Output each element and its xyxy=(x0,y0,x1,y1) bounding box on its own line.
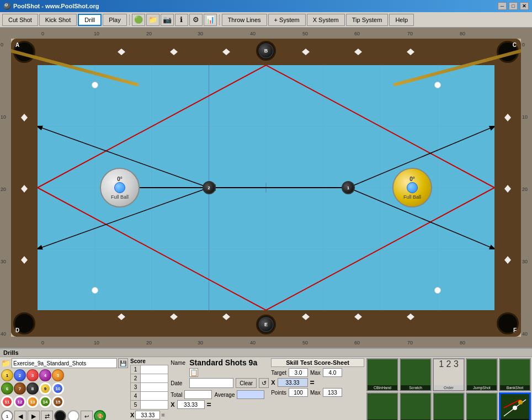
refresh-button[interactable]: ↺ xyxy=(259,378,269,388)
camera-button[interactable]: 📷 xyxy=(161,14,174,26)
max2-label: Max xyxy=(310,390,321,396)
cue-ball-left[interactable]: 0° Full Ball xyxy=(100,168,140,208)
thumb-jumpshot[interactable]: JumpShot xyxy=(466,358,498,391)
cue-right-label: Full Ball xyxy=(403,194,421,200)
kick-shot-button[interactable]: Kick Shot xyxy=(39,14,77,26)
settings-button[interactable]: ⚙ xyxy=(189,14,203,26)
throw-lines-button[interactable]: Throw Lines xyxy=(222,14,267,26)
ball-6-btn[interactable]: 6 xyxy=(1,382,13,395)
tip-system-button[interactable]: Tip System xyxy=(346,14,389,26)
points-input[interactable] xyxy=(289,388,308,397)
date-input[interactable] xyxy=(189,378,233,388)
export-button[interactable]: 📊 xyxy=(204,14,217,26)
skill-x-row: X = xyxy=(271,378,364,387)
record-button[interactable]: 🟢 xyxy=(132,14,145,26)
color-button[interactable]: 🎨 xyxy=(94,410,106,420)
maximize-button[interactable]: □ xyxy=(509,2,518,10)
svg-text:40: 40 xyxy=(250,31,256,36)
thumb-carom[interactable]: Carom xyxy=(466,392,498,420)
ball-2-btn[interactable]: 2 xyxy=(14,369,26,381)
svg-text:50: 50 xyxy=(302,31,308,36)
ball-11-btn[interactable]: 11 xyxy=(1,396,13,408)
cue-ball-right[interactable]: 0° Full Ball xyxy=(392,168,432,208)
name-icon-btn[interactable]: 📋 xyxy=(189,368,198,377)
ball-1[interactable]: 1 xyxy=(342,181,355,194)
ball-4-btn[interactable]: 4 xyxy=(39,369,51,381)
felt-surface[interactable]: 0° Full Ball 0° Full Ball 2 1 xyxy=(38,65,494,310)
score-val-4[interactable] xyxy=(141,392,168,401)
ball-3-btn[interactable]: 3 xyxy=(26,369,39,381)
score-val-2[interactable] xyxy=(141,374,168,383)
minimize-button[interactable]: ─ xyxy=(498,2,507,10)
thumb-scratch[interactable]: Scratch xyxy=(400,358,432,391)
x-system-button[interactable]: X System xyxy=(307,14,345,26)
ruler-bottom-svg: 0 10 20 30 40 50 60 70 80 xyxy=(0,337,532,348)
score-table: 1 2 3 4 5 xyxy=(130,365,168,410)
max-input[interactable] xyxy=(323,368,342,377)
ball-8-btn[interactable]: 8 xyxy=(26,382,39,395)
ball-1-btn[interactable]: 1 xyxy=(1,369,13,381)
svg-text:40: 40 xyxy=(250,340,256,345)
thumb-row-1: CBinHand Scratch 1 2 3 Order JumpShot Ba… xyxy=(366,358,531,391)
thumb-cbinhand[interactable]: CBinHand xyxy=(366,358,398,391)
score-val-5[interactable] xyxy=(141,401,168,410)
folder-button[interactable]: 📁 xyxy=(146,14,159,26)
ball-2[interactable]: 2 xyxy=(203,181,216,194)
titlebar-left: 🎱 PoolShot - www.PoolShot.org xyxy=(3,3,99,10)
pocket-b-label: B xyxy=(258,43,274,59)
thumb-bankshot[interactable]: BankShot xyxy=(499,358,531,391)
ball-7-btn[interactable]: 7 xyxy=(14,382,26,395)
skill-eq-label2: = xyxy=(310,378,315,387)
clear-button[interactable]: Clear xyxy=(236,378,257,388)
nav-right-button[interactable]: ▶ xyxy=(28,411,40,420)
date-row: Date Clear ↺ xyxy=(171,378,269,388)
score-val-3[interactable] xyxy=(141,383,168,392)
drills-header: Drills xyxy=(0,349,532,357)
swap-button[interactable]: ⇄ xyxy=(41,411,53,420)
black-ball-btn[interactable] xyxy=(54,410,66,420)
close-button[interactable]: ✕ xyxy=(520,2,529,10)
thumb-bankshot-label: BankShot xyxy=(500,385,530,390)
white-ball-btn2[interactable] xyxy=(67,410,79,420)
play-button[interactable]: Play xyxy=(103,14,126,26)
drill-button[interactable]: Drill xyxy=(78,14,102,26)
ball-white-btn[interactable]: 1 xyxy=(1,410,13,420)
info-button[interactable]: ℹ xyxy=(175,14,188,26)
thumb-hitrail[interactable]: HitRail xyxy=(499,392,531,420)
drill-save-button[interactable]: 💾 xyxy=(118,358,128,368)
toolbar: Cut Shot Kick Shot Drill Play 🟢 📁 📷 ℹ ⚙ … xyxy=(0,12,532,28)
ball-12-btn[interactable]: 12 xyxy=(14,396,26,408)
plus-system-button[interactable]: + System xyxy=(268,14,306,26)
skill-x-input[interactable] xyxy=(278,378,308,387)
max2-input[interactable] xyxy=(323,388,342,397)
score-x-row2: X = xyxy=(171,400,269,409)
thumb-kickshot[interactable]: KickShot xyxy=(366,392,398,420)
target-input[interactable] xyxy=(289,368,308,377)
titlebar-controls[interactable]: ─ □ ✕ xyxy=(498,2,529,10)
thumb-order[interactable]: 1 2 3 Order xyxy=(433,358,465,391)
ball-15-btn[interactable]: 15 xyxy=(52,396,64,408)
thumb-combo[interactable]: Combo xyxy=(400,392,432,420)
x-input2[interactable] xyxy=(177,400,205,409)
ball-14-btn[interactable]: 14 xyxy=(39,396,51,408)
corner-a-label: A xyxy=(15,42,19,48)
average-input[interactable] xyxy=(237,390,264,399)
date-label: Date xyxy=(171,380,187,386)
nav-left-button[interactable]: ◀ xyxy=(14,411,26,420)
drill-filename-input[interactable] xyxy=(12,358,117,368)
score-x-input[interactable] xyxy=(135,411,160,419)
thumb-hitrail-svg xyxy=(501,397,529,419)
cue-left-label: Full Ball xyxy=(111,194,129,200)
ball-9-btn[interactable]: 9 xyxy=(39,382,51,395)
ball-10-btn[interactable]: 10 xyxy=(52,382,64,395)
balls-row-2: 6 7 8 9 10 xyxy=(1,382,128,395)
help-button[interactable]: Help xyxy=(389,14,414,26)
drills-section: 📁 💾 1 2 3 4 5 6 7 8 9 10 11 12 xyxy=(1,358,128,420)
score-val-1[interactable] xyxy=(141,365,168,374)
ball-13-btn[interactable]: 13 xyxy=(26,396,39,408)
ball-5-btn[interactable]: 5 xyxy=(52,369,64,381)
thumb-kiss[interactable]: Kiss xyxy=(433,392,465,420)
total-input[interactable] xyxy=(184,390,212,399)
cut-shot-button[interactable]: Cut Shot xyxy=(2,14,38,26)
undo-button[interactable]: ↩ xyxy=(81,411,93,420)
